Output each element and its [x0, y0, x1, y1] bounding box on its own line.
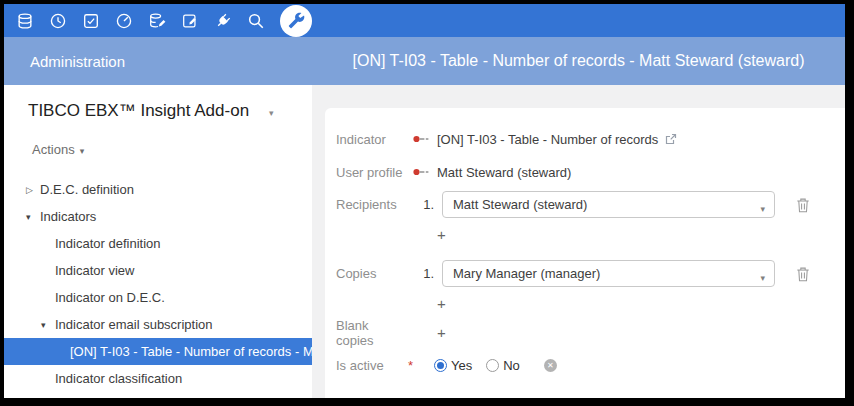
dataset-title[interactable]: TIBCO EBX™ Insight Add-on — [28, 101, 312, 121]
page-header: Administration [ON] T-I03 - Table - Numb… — [4, 37, 845, 85]
sidebar-item-indicator-view[interactable]: Indicator view — [4, 257, 312, 284]
sidebar-item-indicator-definition[interactable]: Indicator definition — [4, 230, 312, 257]
is-active-radio-group: Yes No — [434, 358, 520, 373]
foreign-key-icon — [413, 168, 429, 176]
radio-dot-icon — [486, 359, 499, 372]
recipients-select[interactable]: Matt Steward (steward) — [442, 191, 775, 218]
screenshot-frame: Administration [ON] T-I03 - Table - Numb… — [0, 0, 854, 406]
gauge-icon[interactable] — [115, 12, 133, 30]
field-indicator: Indicator [ON] T-I03 - Table - Number of… — [336, 130, 845, 148]
sidebar-item-indicators[interactable]: Indicators — [4, 203, 312, 230]
ebx-application-window: Administration [ON] T-I03 - Table - Numb… — [4, 4, 845, 398]
add-recipient-button[interactable]: + — [437, 227, 446, 243]
add-copy-row: + — [336, 296, 845, 312]
field-is-active: Is active * Yes No — [336, 358, 845, 373]
radio-yes[interactable]: Yes — [434, 358, 472, 373]
foreign-key-icon — [413, 135, 429, 143]
external-link-icon[interactable] — [665, 133, 677, 145]
chevron-down-icon[interactable] — [41, 320, 55, 330]
field-label: Recipients — [336, 197, 408, 212]
field-label: User profile — [336, 165, 408, 180]
search-icon[interactable] — [247, 12, 265, 30]
actions-menu-button[interactable]: Actions — [32, 141, 312, 157]
checklist-icon[interactable] — [82, 12, 100, 30]
chevron-right-icon[interactable] — [26, 185, 40, 195]
add-blank-copy-button[interactable]: + — [437, 325, 446, 341]
sidebar-item-indicator-classification[interactable]: Indicator classification — [4, 365, 312, 392]
field-recipients: Recipients 1. Matt Steward (steward) — [336, 191, 845, 218]
field-blank-copies: Blank copies + — [336, 324, 845, 342]
sidebar-item-indicator-on-dec[interactable]: Indicator on D.E.C. — [4, 284, 312, 311]
chevron-down-icon — [760, 200, 765, 215]
chevron-down-icon — [80, 142, 85, 157]
field-label: Blank copies — [336, 318, 408, 348]
database-edit-icon[interactable] — [148, 12, 166, 30]
copies-select[interactable]: Mary Manager (manager) — [442, 260, 775, 287]
field-label: Indicator — [336, 132, 408, 147]
chevron-down-icon — [760, 269, 765, 284]
radio-dot-icon — [434, 359, 447, 372]
field-copies: Copies 1. Mary Manager (manager) — [336, 260, 845, 287]
field-value: Matt Steward (steward) — [437, 165, 571, 180]
wrench-icon[interactable] — [280, 5, 312, 37]
record-form-panel: Indicator [ON] T-I03 - Table - Number of… — [325, 108, 845, 398]
top-toolbar — [4, 4, 845, 37]
add-recipient-row: + — [336, 227, 845, 243]
record-title: [ON] T-I03 - Table - Number of records -… — [312, 52, 845, 70]
navigation-tree: D.E.C. definition Indicators Indicator d… — [4, 176, 312, 392]
list-index: 1. — [408, 266, 434, 281]
main-content: Indicator [ON] T-I03 - Table - Number of… — [312, 85, 845, 398]
clear-value-icon[interactable] — [544, 359, 557, 372]
section-title: Administration — [4, 53, 312, 70]
database-icon[interactable] — [16, 12, 34, 30]
add-copy-button[interactable]: + — [437, 296, 446, 312]
delete-recipient-button[interactable] — [796, 197, 810, 213]
chevron-down-icon — [269, 101, 274, 121]
field-label: Copies — [336, 266, 408, 281]
field-label: Is active — [336, 358, 408, 373]
field-user-profile: User profile Matt Steward (steward) — [336, 163, 845, 181]
sidebar-item-dec-definition[interactable]: D.E.C. definition — [4, 176, 312, 203]
sidebar-item-indicator-email-subscription[interactable]: Indicator email subscription — [4, 311, 312, 338]
plug-icon[interactable] — [214, 12, 232, 30]
clock-icon[interactable] — [49, 12, 67, 30]
sidebar-item-selected-subscription[interactable]: [ON] T-I03 - Table - Number of records -… — [4, 338, 312, 365]
field-value: [ON] T-I03 - Table - Number of records — [437, 132, 658, 147]
delete-copy-button[interactable] — [796, 266, 810, 282]
list-index: 1. — [408, 197, 434, 212]
chevron-down-icon[interactable] — [26, 212, 40, 222]
radio-no[interactable]: No — [486, 358, 520, 373]
form-edit-icon[interactable] — [181, 12, 199, 30]
sidebar: TIBCO EBX™ Insight Add-on Actions D.E.C.… — [4, 85, 312, 398]
required-marker: * — [408, 358, 434, 373]
